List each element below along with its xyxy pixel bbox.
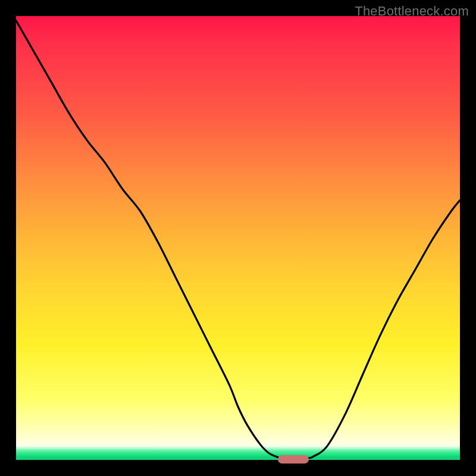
chart-container: TheBottleneck.com (0, 0, 476, 476)
attribution-text: TheBottleneck.com (355, 4, 469, 19)
bottleneck-curve (16, 16, 460, 460)
optimal-range-marker (278, 455, 309, 464)
plot-area (16, 16, 460, 460)
